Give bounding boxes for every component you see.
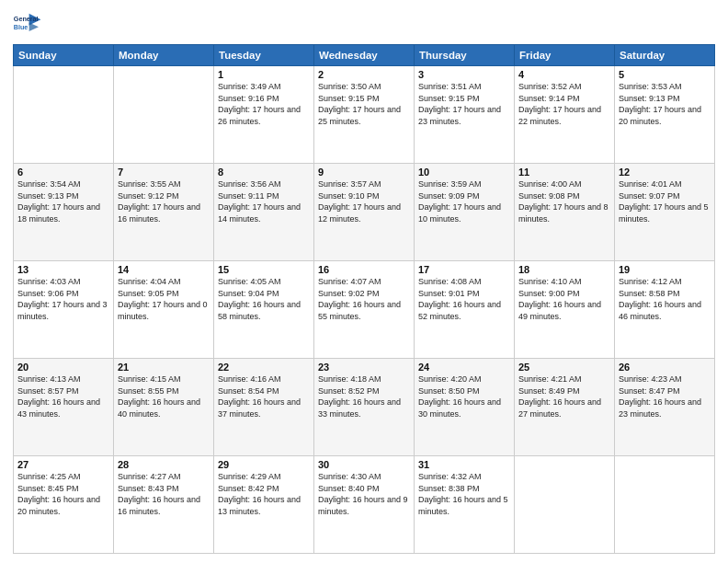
cell-info: Sunrise: 4:01 AM Sunset: 9:07 PM Dayligh… (619, 178, 711, 224)
calendar-table: SundayMondayTuesdayWednesdayThursdayFrid… (13, 44, 715, 554)
calendar-cell: 31Sunrise: 4:32 AM Sunset: 8:38 PM Dayli… (415, 456, 515, 554)
cell-day-number: 8 (218, 167, 310, 178)
calendar-cell: 1Sunrise: 3:49 AM Sunset: 9:16 PM Daylig… (214, 66, 314, 164)
calendar-cell: 5Sunrise: 3:53 AM Sunset: 9:13 PM Daylig… (615, 66, 715, 164)
calendar-cell: 30Sunrise: 4:30 AM Sunset: 8:40 PM Dayli… (314, 456, 415, 554)
page: General Blue SundayMondayTuesdayWednesda… (0, 0, 728, 563)
calendar-cell: 7Sunrise: 3:55 AM Sunset: 9:12 PM Daylig… (114, 164, 214, 261)
week-row-4: 27Sunrise: 4:25 AM Sunset: 8:45 PM Dayli… (14, 456, 715, 554)
cell-info: Sunrise: 3:54 AM Sunset: 9:13 PM Dayligh… (17, 178, 109, 224)
cell-info: Sunrise: 3:51 AM Sunset: 9:15 PM Dayligh… (418, 81, 510, 127)
cell-day-number: 29 (218, 459, 310, 470)
calendar-cell (114, 66, 214, 164)
cell-day-number: 22 (218, 362, 310, 373)
header-day-friday: Friday (515, 45, 615, 66)
cell-day-number: 21 (118, 362, 210, 373)
calendar-cell: 29Sunrise: 4:29 AM Sunset: 8:42 PM Dayli… (214, 456, 314, 554)
cell-day-number: 2 (318, 69, 410, 80)
cell-info: Sunrise: 4:20 AM Sunset: 8:50 PM Dayligh… (418, 373, 510, 419)
calendar-cell: 26Sunrise: 4:23 AM Sunset: 8:47 PM Dayli… (615, 359, 715, 456)
calendar-cell: 25Sunrise: 4:21 AM Sunset: 8:49 PM Dayli… (515, 359, 615, 456)
calendar-cell: 16Sunrise: 4:07 AM Sunset: 9:02 PM Dayli… (314, 261, 415, 359)
cell-day-number: 4 (518, 69, 610, 80)
calendar-cell: 8Sunrise: 3:56 AM Sunset: 9:11 PM Daylig… (214, 164, 314, 261)
calendar-cell: 9Sunrise: 3:57 AM Sunset: 9:10 PM Daylig… (314, 164, 415, 261)
cell-day-number: 17 (418, 264, 510, 275)
cell-info: Sunrise: 4:32 AM Sunset: 8:38 PM Dayligh… (418, 471, 510, 517)
cell-info: Sunrise: 3:50 AM Sunset: 9:15 PM Dayligh… (318, 81, 410, 127)
calendar-cell: 10Sunrise: 3:59 AM Sunset: 9:09 PM Dayli… (415, 164, 515, 261)
cell-info: Sunrise: 4:27 AM Sunset: 8:43 PM Dayligh… (118, 471, 210, 517)
calendar-cell: 4Sunrise: 3:52 AM Sunset: 9:14 PM Daylig… (515, 66, 615, 164)
cell-info: Sunrise: 4:21 AM Sunset: 8:49 PM Dayligh… (518, 373, 610, 419)
header-day-wednesday: Wednesday (314, 45, 415, 66)
calendar-cell: 13Sunrise: 4:03 AM Sunset: 9:06 PM Dayli… (14, 261, 114, 359)
cell-day-number: 6 (17, 167, 109, 178)
cell-info: Sunrise: 4:12 AM Sunset: 8:58 PM Dayligh… (619, 276, 711, 322)
cell-info: Sunrise: 4:03 AM Sunset: 9:06 PM Dayligh… (17, 276, 109, 322)
cell-day-number: 26 (619, 362, 711, 373)
calendar-cell: 2Sunrise: 3:50 AM Sunset: 9:15 PM Daylig… (314, 66, 415, 164)
cell-day-number: 9 (318, 167, 410, 178)
cell-day-number: 28 (118, 459, 210, 470)
cell-info: Sunrise: 3:59 AM Sunset: 9:09 PM Dayligh… (418, 178, 510, 224)
cell-info: Sunrise: 4:29 AM Sunset: 8:42 PM Dayligh… (218, 471, 310, 517)
header: General Blue (13, 9, 715, 39)
cell-info: Sunrise: 4:13 AM Sunset: 8:57 PM Dayligh… (17, 373, 109, 419)
cell-day-number: 24 (418, 362, 510, 373)
calendar-cell: 11Sunrise: 4:00 AM Sunset: 9:08 PM Dayli… (515, 164, 615, 261)
header-day-saturday: Saturday (615, 45, 715, 66)
calendar-cell: 17Sunrise: 4:08 AM Sunset: 9:01 PM Dayli… (415, 261, 515, 359)
cell-info: Sunrise: 3:53 AM Sunset: 9:13 PM Dayligh… (619, 81, 711, 127)
header-row: SundayMondayTuesdayWednesdayThursdayFrid… (14, 45, 715, 66)
calendar-cell: 14Sunrise: 4:04 AM Sunset: 9:05 PM Dayli… (114, 261, 214, 359)
cell-day-number: 3 (418, 69, 510, 80)
cell-day-number: 7 (118, 167, 210, 178)
cell-day-number: 25 (518, 362, 610, 373)
cell-info: Sunrise: 4:23 AM Sunset: 8:47 PM Dayligh… (619, 373, 711, 419)
cell-info: Sunrise: 3:49 AM Sunset: 9:16 PM Dayligh… (218, 81, 310, 127)
header-day-tuesday: Tuesday (214, 45, 314, 66)
week-row-2: 13Sunrise: 4:03 AM Sunset: 9:06 PM Dayli… (14, 261, 715, 359)
cell-day-number: 23 (318, 362, 410, 373)
week-row-3: 20Sunrise: 4:13 AM Sunset: 8:57 PM Dayli… (14, 359, 715, 456)
calendar-cell: 27Sunrise: 4:25 AM Sunset: 8:45 PM Dayli… (14, 456, 114, 554)
cell-day-number: 30 (318, 459, 410, 470)
cell-day-number: 1 (218, 69, 310, 80)
calendar-cell: 15Sunrise: 4:05 AM Sunset: 9:04 PM Dayli… (214, 261, 314, 359)
calendar-cell: 28Sunrise: 4:27 AM Sunset: 8:43 PM Dayli… (114, 456, 214, 554)
cell-info: Sunrise: 4:05 AM Sunset: 9:04 PM Dayligh… (218, 276, 310, 322)
calendar-cell: 22Sunrise: 4:16 AM Sunset: 8:54 PM Dayli… (214, 359, 314, 456)
cell-day-number: 12 (619, 167, 711, 178)
cell-info: Sunrise: 4:25 AM Sunset: 8:45 PM Dayligh… (17, 471, 109, 517)
calendar-body: 1Sunrise: 3:49 AM Sunset: 9:16 PM Daylig… (14, 66, 715, 554)
cell-day-number: 11 (518, 167, 610, 178)
cell-info: Sunrise: 4:16 AM Sunset: 8:54 PM Dayligh… (218, 373, 310, 419)
calendar-cell: 18Sunrise: 4:10 AM Sunset: 9:00 PM Dayli… (515, 261, 615, 359)
week-row-0: 1Sunrise: 3:49 AM Sunset: 9:16 PM Daylig… (14, 66, 715, 164)
calendar-header: SundayMondayTuesdayWednesdayThursdayFrid… (14, 45, 715, 66)
calendar-cell (14, 66, 114, 164)
cell-day-number: 10 (418, 167, 510, 178)
logo-icon: General Blue (13, 9, 42, 39)
cell-info: Sunrise: 3:57 AM Sunset: 9:10 PM Dayligh… (318, 178, 410, 224)
cell-info: Sunrise: 3:56 AM Sunset: 9:11 PM Dayligh… (218, 178, 310, 224)
cell-day-number: 15 (218, 264, 310, 275)
cell-day-number: 16 (318, 264, 410, 275)
cell-info: Sunrise: 4:18 AM Sunset: 8:52 PM Dayligh… (318, 373, 410, 419)
calendar-cell: 19Sunrise: 4:12 AM Sunset: 8:58 PM Dayli… (615, 261, 715, 359)
calendar-cell: 24Sunrise: 4:20 AM Sunset: 8:50 PM Dayli… (415, 359, 515, 456)
week-row-1: 6Sunrise: 3:54 AM Sunset: 9:13 PM Daylig… (14, 164, 715, 261)
cell-day-number: 18 (518, 264, 610, 275)
calendar-cell: 23Sunrise: 4:18 AM Sunset: 8:52 PM Dayli… (314, 359, 415, 456)
cell-info: Sunrise: 3:52 AM Sunset: 9:14 PM Dayligh… (518, 81, 610, 127)
cell-info: Sunrise: 4:08 AM Sunset: 9:01 PM Dayligh… (418, 276, 510, 322)
calendar-cell (615, 456, 715, 554)
cell-day-number: 14 (118, 264, 210, 275)
cell-info: Sunrise: 4:10 AM Sunset: 9:00 PM Dayligh… (518, 276, 610, 322)
calendar-cell: 6Sunrise: 3:54 AM Sunset: 9:13 PM Daylig… (14, 164, 114, 261)
logo: General Blue (13, 9, 44, 39)
header-day-thursday: Thursday (415, 45, 515, 66)
header-day-monday: Monday (114, 45, 214, 66)
cell-info: Sunrise: 4:15 AM Sunset: 8:55 PM Dayligh… (118, 373, 210, 419)
